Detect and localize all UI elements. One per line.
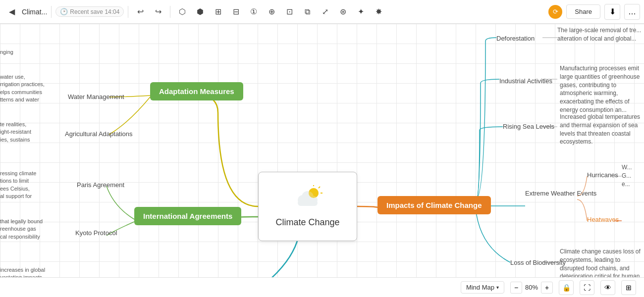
zoom-controls: − 80% + [510,282,553,294]
more-button[interactable]: … [624,4,640,20]
right-heatwaves: Heatwaves [587,216,619,223]
user-avatar: ⟳ [548,5,562,19]
svg-point-11 [309,188,319,198]
tool-3[interactable]: ⊞ [210,4,226,20]
sub-water-management: Water Management [68,93,124,100]
center-node-title: Climate Change [275,217,339,228]
branch-impacts[interactable]: Impacts of Climate Change [377,196,491,214]
sub-paris: Paris Agreement [77,181,124,189]
download-icon: ⬇ [609,7,616,16]
chevron-down-icon: ▾ [496,285,499,290]
tool-4[interactable]: ⊟ [228,4,244,20]
desc-rising-sea: Increased global temperatures and therma… [560,113,642,146]
desc-industrial: Manufacturing processes emit large quant… [560,64,643,114]
separator-1 [51,6,52,18]
right-deforestation: Deforestation [496,35,535,42]
branch-international[interactable]: International Agreements [134,207,241,225]
sub-agricultural: Agricultural Adaptations [65,130,133,138]
more-icon: … [628,7,636,16]
toolbar-right-section: ⟳ Share ⬇ … [548,4,640,20]
left-text-5: that legally boundreenhouse gascal respo… [0,218,50,241]
main-toolbar: ◀ Climat... 🕑 Recent save 14:04 ↩ ↪ ⬡ ⬢ … [0,0,644,24]
left-text-3: te realities,ight-resistanties, sustains [0,121,50,144]
desc-hurricanes: W...G...e... [622,163,644,188]
grid-icon: ⊞ [626,284,632,292]
desc-heatwaves [622,209,644,218]
tool-2[interactable]: ⬢ [192,4,208,20]
save-status: 🕑 Recent save 14:04 [55,6,124,17]
right-extreme-weather: Extreme Weather Events [525,190,596,197]
right-biodiversity: Loss of Biodiversity [510,259,566,266]
right-industrial: Industrial Activities [499,77,552,85]
grid-button[interactable]: ⊞ [621,280,636,295]
undo-icon: ↩ [137,7,144,16]
tool-5[interactable]: ① [246,4,262,20]
canvas-area[interactable]: Climate Change Adaptation Measures Inter… [0,24,644,297]
tool-1[interactable]: ⬡ [174,4,190,20]
right-rising-sea: Rising Sea Levels [503,123,554,130]
desc-deforestation: The large-scale removal of tre...alterat… [557,26,644,43]
document-title: Climat... [22,8,47,16]
tool-11[interactable]: ✦ [353,4,369,20]
tool-10[interactable]: ⊛ [335,4,351,20]
right-hurricanes: Hurricanes [587,171,618,179]
back-icon: ◀ [9,7,15,16]
connector-svg [0,24,644,297]
eye-icon: 👁 [604,284,611,292]
lock-icon: 🔒 [562,284,571,292]
branch-adaptation[interactable]: Adaptation Measures [150,82,243,100]
tool-7[interactable]: ⊡ [281,4,297,20]
zoom-out-button[interactable]: − [510,282,522,294]
preview-button[interactable]: 👁 [600,280,615,295]
separator-2 [128,6,128,18]
bottom-toolbar: Mind Map ▾ − 80% + 🔒 ⛶ 👁 ⊞ [0,277,644,297]
cloud-icon [293,185,322,213]
fullscreen-icon: ⛶ [584,284,590,292]
left-text-2: water use,rrigation practices,elps commu… [0,73,55,104]
redo-icon: ↪ [155,7,161,16]
center-node[interactable]: Climate Change [258,172,357,241]
map-type-button[interactable]: Mind Map ▾ [461,281,504,294]
zoom-in-button[interactable]: + [541,282,553,294]
fullscreen-button[interactable]: ⛶ [580,280,594,295]
redo-button[interactable]: ↪ [150,4,166,20]
tool-9[interactable]: ⤢ [317,4,333,20]
lock-button[interactable]: 🔒 [559,280,574,295]
separator-3 [170,6,170,18]
tool-12[interactable]: ✸ [371,4,386,20]
save-clock-icon: 🕑 [60,8,68,15]
svg-line-13 [319,187,320,188]
left-text-4: ressing climatetions to limitees Celsius… [0,170,50,200]
download-button[interactable]: ⬇ [604,4,620,20]
tool-6[interactable]: ⊕ [264,4,279,20]
zoom-level: 80% [525,284,538,291]
left-text-1: nging [0,49,50,56]
share-button[interactable]: Share [566,4,600,19]
undo-button[interactable]: ↩ [132,4,148,20]
svg-rect-10 [298,200,318,206]
map-type-label: Mind Map [466,284,494,291]
sub-kyoto: Kyoto Protocol [75,229,117,237]
back-button[interactable]: ◀ [4,4,20,20]
save-label-text: Recent save 14:04 [70,8,119,15]
tool-8[interactable]: ⧉ [299,4,315,20]
